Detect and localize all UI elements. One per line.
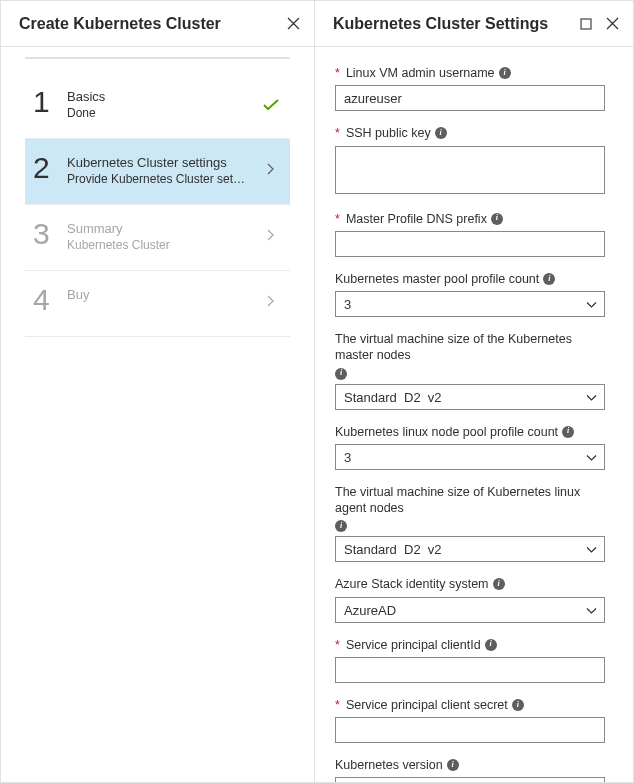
step-title: Basics	[67, 89, 262, 104]
svg-rect-0	[581, 19, 591, 29]
node-count-select[interactable]: 3	[335, 444, 605, 470]
field-admin-username: * Linux VM admin username i	[335, 65, 605, 111]
step-number: 1	[33, 87, 67, 117]
wizard-container: Create Kubernetes Cluster 1 Basics Done	[0, 0, 634, 783]
step-subtitle: Kubernetes Cluster	[67, 238, 247, 252]
label-text: Service principal clientId	[346, 637, 481, 653]
field-label: * Linux VM admin username i	[335, 65, 605, 81]
step-title: Summary	[67, 221, 262, 236]
required-asterisk: *	[335, 637, 340, 653]
sp-client-secret-input[interactable]	[335, 717, 605, 743]
step-title: Buy	[67, 287, 262, 302]
field-k8s-version: Kubernetes version i 1.14	[335, 757, 605, 782]
label-text: Master Profile DNS prefix	[346, 211, 487, 227]
field-identity-system: Azure Stack identity system i AzureAD	[335, 576, 605, 622]
info-icon[interactable]: i	[562, 426, 574, 438]
info-icon[interactable]: i	[493, 578, 505, 590]
step-number: 2	[33, 153, 67, 183]
check-icon	[263, 97, 279, 115]
field-label: Kubernetes master pool profile count i	[335, 271, 605, 287]
settings-form: * Linux VM admin username i * SSH public…	[315, 47, 633, 782]
right-panel-header: Kubernetes Cluster Settings	[315, 1, 633, 47]
right-panel-title: Kubernetes Cluster Settings	[333, 15, 548, 33]
field-label: * Service principal client secret i	[335, 697, 605, 713]
label-text: Kubernetes version	[335, 757, 443, 773]
info-icon[interactable]: i	[499, 67, 511, 79]
node-vm-size-select[interactable]: Standard_D2_v2	[335, 536, 605, 562]
field-master-count: Kubernetes master pool profile count i 3	[335, 271, 605, 317]
field-label: * Master Profile DNS prefix i	[335, 211, 605, 227]
label-text: Kubernetes master pool profile count	[335, 271, 539, 287]
required-asterisk: *	[335, 697, 340, 713]
info-icon[interactable]: i	[435, 127, 447, 139]
admin-username-input[interactable]	[335, 85, 605, 111]
step-subtitle: Provide Kubernetes Cluster settin…	[67, 172, 247, 186]
label-text: SSH public key	[346, 125, 431, 141]
field-ssh-key: * SSH public key i	[335, 125, 605, 196]
field-label: * SSH public key i	[335, 125, 605, 141]
steps-list: 1 Basics Done 2 Kubernetes Cluster setti…	[1, 47, 314, 337]
close-icon[interactable]	[286, 17, 300, 31]
left-panel: Create Kubernetes Cluster 1 Basics Done	[1, 1, 315, 782]
steps-divider	[25, 57, 290, 59]
k8s-version-select[interactable]: 1.14	[335, 777, 605, 782]
step-basics[interactable]: 1 Basics Done	[25, 73, 290, 139]
info-icon[interactable]: i	[335, 520, 347, 532]
step-cluster-settings[interactable]: 2 Kubernetes Cluster settings Provide Ku…	[25, 139, 290, 205]
required-asterisk: *	[335, 125, 340, 141]
master-count-select[interactable]: 3	[335, 291, 605, 317]
chevron-right-icon	[267, 229, 275, 244]
field-node-vm-size: The virtual machine size of Kubernetes l…	[335, 484, 605, 563]
right-panel: Kubernetes Cluster Settings * Linux VM a…	[315, 1, 633, 782]
info-icon[interactable]: i	[543, 273, 555, 285]
pin-icon[interactable]	[579, 17, 593, 31]
label-text: The virtual machine size of Kubernetes l…	[335, 484, 605, 517]
identity-system-select[interactable]: AzureAD	[335, 597, 605, 623]
ssh-key-input[interactable]	[335, 146, 605, 194]
label-text: Linux VM admin username	[346, 65, 495, 81]
close-icon[interactable]	[605, 17, 619, 31]
dns-prefix-input[interactable]	[335, 231, 605, 257]
field-label: Kubernetes linux node pool profile count…	[335, 424, 605, 440]
master-vm-size-select[interactable]: Standard_D2_v2	[335, 384, 605, 410]
field-label: Azure Stack identity system i	[335, 576, 605, 592]
info-icon[interactable]: i	[447, 759, 459, 771]
field-node-count: Kubernetes linux node pool profile count…	[335, 424, 605, 470]
chevron-right-icon	[267, 295, 275, 310]
info-icon[interactable]: i	[485, 639, 497, 651]
field-label: The virtual machine size of the Kubernet…	[335, 331, 605, 380]
required-asterisk: *	[335, 65, 340, 81]
sp-client-id-input[interactable]	[335, 657, 605, 683]
step-summary[interactable]: 3 Summary Kubernetes Cluster	[25, 205, 290, 271]
field-label: * Service principal clientId i	[335, 637, 605, 653]
label-text: The virtual machine size of the Kubernet…	[335, 331, 605, 364]
field-sp-client-secret: * Service principal client secret i	[335, 697, 605, 743]
step-buy[interactable]: 4 Buy	[25, 271, 290, 337]
field-master-vm-size: The virtual machine size of the Kubernet…	[335, 331, 605, 410]
left-panel-title: Create Kubernetes Cluster	[19, 15, 221, 33]
chevron-right-icon	[267, 163, 275, 178]
field-label: Kubernetes version i	[335, 757, 605, 773]
field-label: The virtual machine size of Kubernetes l…	[335, 484, 605, 533]
label-text: Azure Stack identity system	[335, 576, 489, 592]
step-number: 3	[33, 219, 67, 249]
info-icon[interactable]: i	[512, 699, 524, 711]
step-title: Kubernetes Cluster settings	[67, 155, 262, 170]
step-subtitle: Done	[67, 106, 247, 120]
left-panel-header: Create Kubernetes Cluster	[1, 1, 314, 47]
field-sp-client-id: * Service principal clientId i	[335, 637, 605, 683]
step-number: 4	[33, 285, 67, 315]
info-icon[interactable]: i	[335, 368, 347, 380]
info-icon[interactable]: i	[491, 213, 503, 225]
field-dns-prefix: * Master Profile DNS prefix i	[335, 211, 605, 257]
label-text: Kubernetes linux node pool profile count	[335, 424, 558, 440]
label-text: Service principal client secret	[346, 697, 508, 713]
required-asterisk: *	[335, 211, 340, 227]
